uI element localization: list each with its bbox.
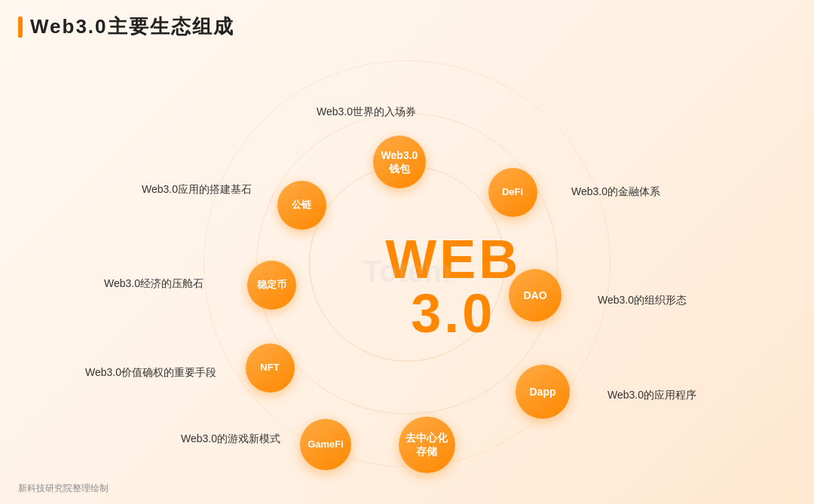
node-gongchain[interactable]: 公链 xyxy=(277,181,326,230)
node-defi[interactable]: DeFi xyxy=(488,168,537,217)
node-desc-stablecoin: Web3.0经济的压舱石 xyxy=(104,277,204,291)
node-gamefi[interactable]: GameFi xyxy=(300,419,351,470)
node-desc-gamefi: Web3.0的游戏新模式 xyxy=(181,432,280,446)
node-dapp[interactable]: Dapp xyxy=(516,365,570,419)
node-desc-dapp: Web3.0的应用程序 xyxy=(607,389,696,402)
footer-note: 新科技研究院整理绘制 xyxy=(18,482,109,495)
node-desc-gongchain: Web3.0应用的搭建基石 xyxy=(142,183,252,197)
node-dao[interactable]: DAO xyxy=(509,269,562,322)
node-desc-wallet: Web3.0世界的入场券 xyxy=(317,105,416,119)
node-desc-defi: Web3.0的金融体系 xyxy=(571,185,660,199)
node-nft[interactable]: NFT xyxy=(246,344,295,393)
node-stablecoin[interactable]: 稳定币 xyxy=(247,261,296,310)
diagram-area: WEB 3.0 Totem Web3.0钱包Web3.0世界的入场券DeFiWe… xyxy=(0,45,814,497)
node-desc-nft: Web3.0价值确权的重要手段 xyxy=(85,366,216,380)
node-desc-dao: Web3.0的组织形态 xyxy=(598,294,687,307)
node-storage[interactable]: 去中心化存储 xyxy=(399,417,455,473)
header-accent-bar xyxy=(18,17,23,38)
header: Web3.0主要生态组成 xyxy=(0,0,814,40)
page-title: Web3.0主要生态组成 xyxy=(30,14,234,40)
node-wallet[interactable]: Web3.0钱包 xyxy=(373,136,426,188)
